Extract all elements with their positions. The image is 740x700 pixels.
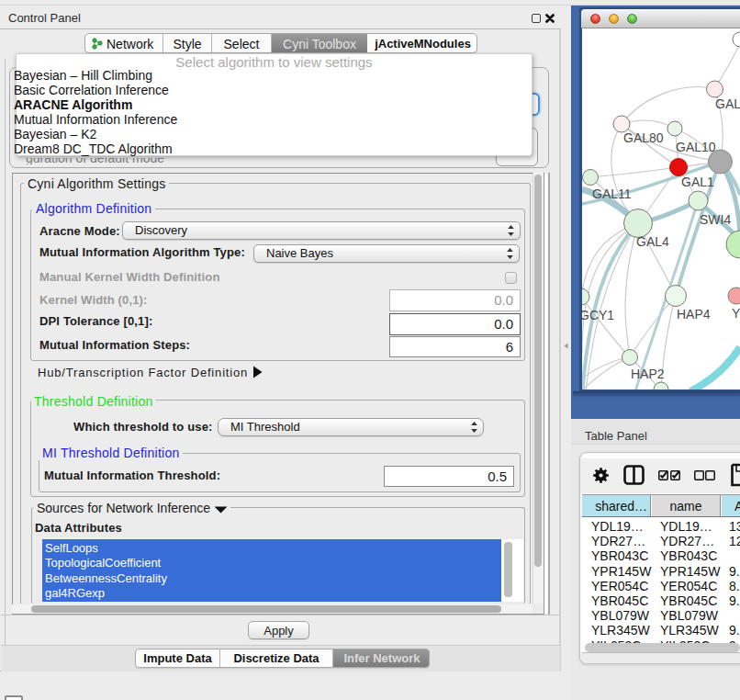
svg-text:Y: Y bbox=[732, 306, 740, 321]
svg-text:GAL1: GAL1 bbox=[681, 175, 714, 189]
svg-text:HAP4: HAP4 bbox=[677, 307, 711, 322]
svg-text:GAL11: GAL11 bbox=[592, 186, 632, 201]
svg-text:GAL: GAL bbox=[715, 96, 740, 111]
svg-text:GAL10: GAL10 bbox=[676, 140, 716, 154]
svg-text:GCY1: GCY1 bbox=[582, 308, 614, 322]
svg-text:HAP2: HAP2 bbox=[631, 367, 665, 381]
svg-text:SWI4: SWI4 bbox=[700, 212, 731, 227]
svg-text:GAL4: GAL4 bbox=[636, 234, 669, 249]
svg-text:GAL80: GAL80 bbox=[623, 130, 664, 145]
